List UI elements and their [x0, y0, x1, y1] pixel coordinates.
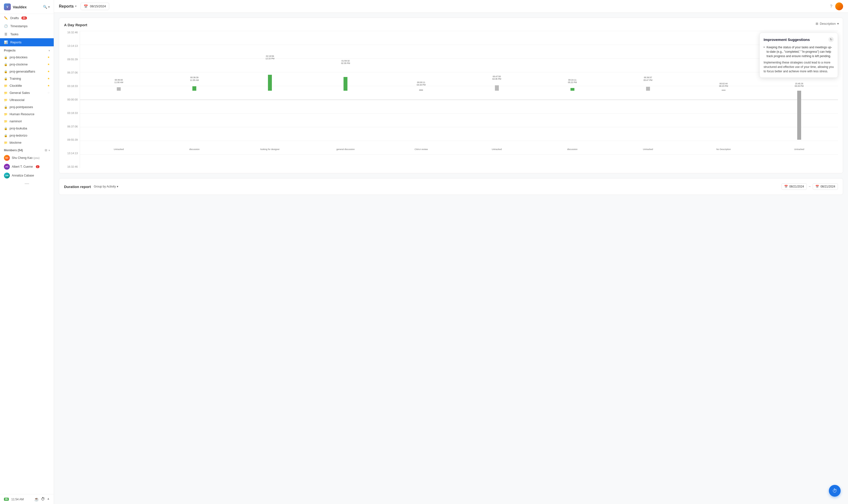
sidebar-header: V Vauldex 🔍 ▾	[0, 0, 54, 14]
date-from-picker[interactable]: 📅 08/21/2024	[781, 183, 807, 190]
main-content: Reports ▾ 📅 08/15/2024 ? A Day Report ⊞ …	[54, 0, 848, 504]
bar-col-3: 02:19:5612:15 PM looking for designer	[232, 31, 308, 150]
lock-icon: 🔒	[4, 134, 7, 137]
projects-chevron-icon[interactable]: ▾	[49, 49, 50, 52]
filter-icon[interactable]: ⊟	[45, 148, 47, 152]
sidebar-item-training[interactable]: 🔒 Training ★	[0, 75, 54, 82]
description-button[interactable]: ⊞ Description ▾	[816, 22, 839, 25]
bar-1-pos	[117, 87, 121, 91]
star-icon: ★	[47, 56, 50, 59]
date-picker[interactable]: 📅 08/15/2024	[81, 3, 109, 10]
sidebar-item-proj-clockme[interactable]: 🔒 proj-clockme ★	[0, 61, 54, 68]
help-icon[interactable]: ?	[830, 4, 832, 8]
members-chevron-icon[interactable]: ▾	[49, 149, 50, 152]
footer-actions: ☕ ⏱ ▲	[34, 497, 50, 502]
bar-col-1: 00:35:0011:00 AM Untracked	[81, 31, 157, 150]
topbar: Reports ▾ 📅 08/15/2024 ?	[54, 0, 848, 13]
page-title: Reports ▾	[59, 4, 76, 8]
avatar-albert: AC	[4, 164, 10, 169]
suggestions-popup: Improvement Suggestions ↻ Keeping the st…	[759, 33, 838, 78]
fab-timer-icon: ⏱	[832, 488, 837, 494]
calendar-from-icon: 📅	[784, 185, 788, 188]
date-range-separator: ~	[809, 185, 811, 188]
folder-icon: 📁	[4, 141, 7, 144]
sidebar-item-proj-generalaffairs[interactable]: 🔒 proj-generalaffairs ★	[0, 68, 54, 75]
date-to-picker[interactable]: 📅 08/21/2024	[813, 183, 838, 190]
topbar-right: ?	[830, 2, 843, 10]
duration-report-title: Duration report	[64, 185, 91, 189]
bar-5-pos	[419, 89, 423, 91]
sidebar-item-blockme[interactable]: 📁 blockme	[0, 139, 54, 146]
bar-label-7: discussion	[567, 148, 577, 150]
sidebar-item-proj-pointpasses[interactable]: 🔒 proj-pointpasses	[0, 104, 54, 111]
bar-4-pos	[344, 77, 347, 91]
chart-plot-area: 00:35:0011:00 AM Untracked 00:39:3911:35…	[80, 31, 838, 168]
member-item-annaliza[interactable]: AN Annaliza Cabase	[0, 171, 54, 180]
bar-2-pos	[192, 86, 196, 91]
lock-icon: 🔒	[4, 56, 7, 59]
member-item-albert[interactable]: AC Albert T. Cueme 1	[0, 162, 54, 171]
date-range-controls: 📅 08/21/2024 ~ 📅 08/21/2024	[781, 183, 838, 190]
app-logo: V	[4, 3, 11, 10]
lock-icon: 🔒	[4, 70, 7, 73]
drafts-icon: ✏️	[4, 16, 8, 20]
member-item-shu[interactable]: SC Shu Cheng Kao (you)	[0, 154, 54, 162]
bar-label-3: looking for designer	[260, 148, 280, 150]
content-area: A Day Report ⊞ Description ▾ 16:32:46 13…	[54, 13, 848, 504]
day-report-chart: 16:32:46 13:14:13 09:55:39 06:37:06 03:1…	[64, 31, 838, 168]
sidebar-item-general-sales[interactable]: 📁 General Sales ☆	[0, 89, 54, 96]
bar-label-9: No Description	[716, 148, 731, 150]
group-by-button[interactable]: Group by Activity ▾	[94, 185, 118, 188]
y-axis-labels: 16:32:46 13:14:13 09:55:39 06:37:06 03:1…	[64, 31, 80, 168]
user-avatar[interactable]	[835, 2, 843, 10]
bar-10-neg	[797, 91, 801, 140]
sidebar-nav-item-drafts[interactable]: ✏️ Drafts 21	[0, 14, 54, 22]
sidebar-item-human-resource[interactable]: 📁 Human Resource	[0, 111, 54, 118]
sidebar-item-proj-blockies[interactable]: 🔒 proj-blockies ★	[0, 54, 54, 61]
layers-icon: ⊞	[816, 22, 818, 25]
bar-8-pos	[646, 87, 650, 91]
day-report-title: A Day Report	[64, 23, 838, 27]
reports-icon: 📊	[4, 40, 8, 44]
duration-header: Duration report Group by Activity ▾ 📅 08…	[64, 183, 838, 190]
suggestions-close-button[interactable]: ↻	[828, 37, 834, 42]
bar-9-pos	[722, 90, 726, 91]
bar-label-8: Untracked	[643, 148, 653, 150]
suggestion-bullet-1: Keeping the status of your tasks and mee…	[764, 45, 834, 58]
duration-report-section: Duration report Group by Activity ▾ 📅 08…	[59, 178, 843, 195]
lock-icon: 🔒	[4, 105, 7, 109]
bar-col-4: 01:59:3202:35 PM general discussion	[308, 31, 383, 150]
folder-icon: 📁	[4, 84, 7, 88]
sidebar-nav-item-timestamps[interactable]: 🕐 Timestamps	[0, 22, 54, 30]
chevron-down-icon: ▾	[48, 5, 50, 9]
bar-col-2: 00:39:3911:35 AM discussion	[157, 31, 232, 150]
sidebar-nav-item-tasks[interactable]: ☰ Tasks	[0, 30, 54, 38]
fab-timer-button[interactable]: ⏱	[829, 485, 841, 497]
sidebar-item-ultrasocial[interactable]: 📁 Ultrasocial	[0, 96, 54, 104]
folder-icon: 📁	[4, 112, 7, 116]
star-icon: ★	[47, 84, 50, 87]
sidebar-item-proj-tedorizo[interactable]: 🔒 proj-tedorizo	[0, 132, 54, 139]
sidebar-nav-item-reports[interactable]: 📊 Reports	[0, 38, 54, 46]
sidebar-item-clockme[interactable]: 📁 ClockMe ★	[0, 82, 54, 89]
bar-col-9: 00:02:4406:23 PM No Description	[686, 31, 761, 150]
desc-chevron-icon: ▾	[837, 22, 839, 25]
chevron-up-icon[interactable]: ▲	[47, 497, 50, 502]
bar-3-pos	[268, 75, 272, 91]
sidebar-item-naminori[interactable]: 📁 naminori	[0, 118, 54, 125]
coffee-icon[interactable]: ☕	[34, 497, 39, 502]
title-dropdown-icon[interactable]: ▾	[75, 5, 76, 8]
members-more-indicator: —	[0, 180, 54, 187]
avatar-shu: SC	[4, 155, 10, 161]
search-button[interactable]: 🔍 ▾	[43, 5, 50, 9]
status-badge: IN	[4, 498, 9, 501]
day-report-section: A Day Report ⊞ Description ▾ 16:32:46 13…	[59, 18, 843, 173]
members-section-header: Members (54) ⊟ ▾	[0, 146, 54, 154]
lock-icon: 🔒	[4, 127, 7, 130]
bar-label-5: CMAA review	[414, 148, 428, 150]
group-by-chevron-icon: ▾	[117, 185, 118, 188]
avatar-annaliza: AN	[4, 173, 10, 178]
sidebar-item-proj-tsukuba[interactable]: 🔒 proj-tsukuba	[0, 125, 54, 132]
folder-icon: 📁	[4, 120, 7, 123]
timer-icon[interactable]: ⏱	[41, 497, 45, 502]
